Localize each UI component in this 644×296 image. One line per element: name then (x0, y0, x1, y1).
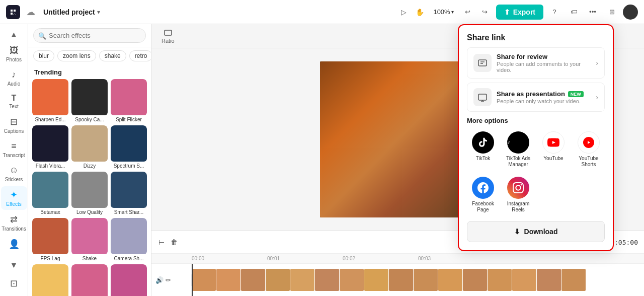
instagram-icon (507, 177, 529, 199)
tiktok-icon (472, 131, 494, 154)
subtitles-icon: ⊡ (10, 278, 18, 289)
effect-6[interactable]: Spectrum S... (111, 125, 147, 169)
track-frame (389, 269, 413, 291)
download-btn[interactable]: ⬇ Download (467, 221, 605, 242)
export-button[interactable]: ⬆ Export (496, 5, 543, 20)
track-frame (364, 269, 388, 291)
sidebar-item-text[interactable]: T Text (1, 91, 27, 112)
platform-instagram[interactable]: Instagram Reels (502, 174, 534, 216)
track-frame (192, 269, 216, 291)
effect-11[interactable]: Shake (71, 218, 108, 261)
track-frame (266, 269, 290, 291)
effect-12[interactable]: Camera Sh... (111, 218, 147, 261)
platform-youtube-shorts[interactable]: YouTube Shorts (573, 128, 605, 171)
effect-4[interactable]: Flash Vibra... (32, 125, 68, 169)
play-mode-btn[interactable]: ▷ (398, 6, 410, 18)
effect-15[interactable]: Play Pendul... (111, 264, 147, 296)
zoom-chevron-icon: ▾ (451, 9, 454, 15)
presentation-chevron-icon: › (596, 93, 598, 101)
filter-zoom-lens[interactable]: zoom lens (57, 50, 96, 61)
help-btn[interactable]: ? (546, 4, 562, 20)
sidebar-item-audio[interactable]: ♪ Audio (1, 66, 27, 90)
track-icons: 🔊 ✏ (151, 274, 192, 286)
presentation-icon (473, 88, 492, 106)
effect-1[interactable]: Sharpen Ed... (32, 79, 68, 122)
more-btn[interactable]: ••• (585, 4, 601, 20)
presentation-sub: People can only watch your video. (497, 98, 591, 104)
platform-tiktok-ads[interactable]: Ads TikTok Ads Manager (502, 128, 534, 171)
track-frame (537, 269, 561, 291)
split-btn[interactable]: ⊢ (157, 237, 166, 247)
sidebar-item-photos[interactable]: 🖼 Photos (1, 42, 27, 65)
sidebar-item-subtitles[interactable]: ⊡ (1, 275, 27, 292)
avatar[interactable] (623, 5, 638, 20)
svg-rect-1 (478, 60, 487, 66)
timeline-ruler: 00:0000:0100:0200:03 (151, 254, 644, 264)
track-frame (463, 269, 487, 291)
platform-facebook[interactable]: Facebook Page (467, 174, 499, 216)
ruler-mark: 00:00 (192, 256, 267, 261)
tiktok-ads-label: TikTok Ads Manager (504, 156, 532, 168)
sidebar-scroll-up[interactable]: ▲ (8, 28, 20, 41)
effect-5[interactable]: Dizzy (71, 125, 108, 169)
filter-shake[interactable]: shake (99, 50, 126, 61)
svg-rect-2 (478, 94, 487, 100)
ratio-btn[interactable]: Ratio (157, 26, 179, 46)
share-platforms: TikTok Ads TikTok Ads Manager YouTube Yo… (467, 128, 605, 216)
review-chevron-icon: › (596, 59, 598, 67)
redo-btn[interactable]: ↪ (477, 4, 493, 20)
tiktok-ads-icon: Ads (507, 131, 529, 154)
effects-grid: Sharpen Ed... Spooky Ca... Split Flicker… (32, 79, 147, 296)
track-frame (315, 269, 339, 291)
share-for-review-btn[interactable]: Share for review People can add comments… (467, 47, 605, 79)
effect-8[interactable]: Low Quality (71, 172, 108, 215)
timeline-tracks: 🔊 ✏ (151, 264, 644, 296)
facebook-label: Facebook Page (469, 201, 497, 213)
download-icon: ⬇ (514, 228, 520, 236)
layout-btn[interactable]: ⊞ (604, 4, 620, 20)
person-icon: 👤 (9, 239, 20, 250)
new-badge: NEW (568, 91, 584, 97)
sidebar-item-transitions[interactable]: ⇄ Transitions (1, 211, 27, 235)
effect-10[interactable]: FPS Lag (32, 218, 68, 261)
transitions-icon: ⇄ (10, 214, 18, 225)
sidebar-item-effects[interactable]: ✦ Effects (1, 186, 27, 210)
sidebar-item-captions[interactable]: ⊟ Captions (1, 113, 27, 137)
transcript-icon: ≡ (11, 141, 17, 152)
zoom-level[interactable]: 100% ▾ (430, 7, 456, 17)
hand-tool-btn[interactable]: ✋ (413, 6, 427, 18)
project-title: Untitled project (43, 8, 95, 16)
review-sub: People can add comments to your video. (497, 61, 591, 73)
video-placeholder (320, 61, 476, 217)
platform-youtube[interactable]: YouTube (537, 128, 570, 171)
sidebar-item-person[interactable]: 👤 (1, 236, 27, 253)
sidebar-item-stickers[interactable]: ☺ Stickers (1, 162, 27, 185)
share-as-presentation-btn[interactable]: Share as presentation NEW People can onl… (467, 83, 605, 112)
effect-2[interactable]: Spooky Ca... (71, 79, 108, 122)
effect-9[interactable]: Smart Shar... (111, 172, 147, 215)
share-title: Share link (467, 33, 605, 42)
track-frame (241, 269, 265, 291)
undo-btn[interactable]: ↩ (460, 4, 476, 20)
filter-blur[interactable]: blur (33, 50, 54, 61)
timeline-needle (192, 264, 193, 296)
youtube-shorts-label: YouTube Shorts (575, 156, 603, 168)
sidebar-scroll-down[interactable]: ▼ (8, 259, 20, 272)
main-area: ▲ 🖼 Photos ♪ Audio T Text ⊟ Captions ≡ T… (0, 24, 644, 296)
brand-kit-btn[interactable]: 🏷 (566, 4, 582, 20)
ruler-mark: 00:01 (267, 256, 343, 261)
delete-btn[interactable]: 🗑 (170, 237, 179, 247)
effect-7[interactable]: Betamax (32, 172, 68, 215)
track-frame (414, 269, 438, 291)
filter-retro[interactable]: retro (129, 50, 151, 61)
sidebar-item-transcript[interactable]: ≡ Transcript (1, 138, 27, 161)
effect-13[interactable]: Diamond Z... (32, 264, 68, 296)
project-title-btn[interactable]: Untitled project ▾ (43, 8, 100, 16)
track-frame (438, 269, 462, 291)
effect-14[interactable]: Rainbow Li... (71, 264, 108, 296)
platform-tiktok[interactable]: TikTok (467, 128, 499, 171)
effects-icon: ✦ (10, 189, 18, 200)
review-title: Share for review (497, 53, 591, 60)
effect-3[interactable]: Split Flicker (111, 79, 147, 122)
effects-search-input[interactable] (33, 28, 146, 43)
